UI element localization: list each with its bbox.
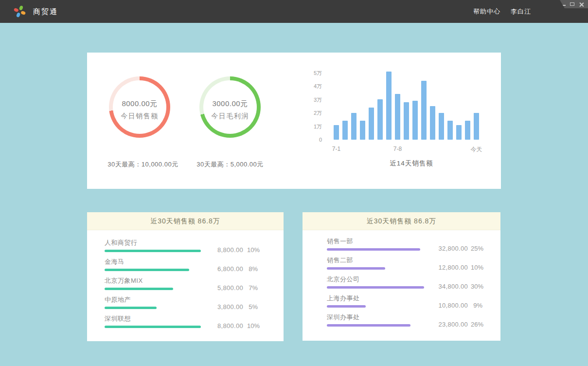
item-values: 32,800.00 25%	[430, 245, 482, 252]
item-amount: 3,800.00	[209, 303, 243, 311]
close-button[interactable]	[579, 2, 584, 7]
y-tick-label: 4万	[283, 83, 322, 90]
list-item: 深圳联想 8,800.00 10%	[87, 314, 284, 328]
item-bar-fill	[327, 267, 385, 270]
sales-bar	[334, 125, 339, 140]
item-values: 12,800.00 10%	[430, 264, 482, 271]
item-percent: 10%	[247, 322, 258, 329]
department-sales-card: 近30天销售额 86.8万 销售一部 32,800.00 25% 销售二部 12…	[303, 212, 500, 341]
item-amount: 12,800.00	[430, 264, 468, 271]
customer-sales-card-title: 近30天销售额 86.8万	[87, 212, 284, 230]
sales-bar	[342, 121, 348, 140]
sales-bar	[395, 94, 400, 140]
sales-bar	[439, 113, 444, 140]
item-bar-fill	[105, 326, 201, 328]
department-sales-card-title: 近30天销售额 86.8万	[303, 212, 500, 230]
titlebar-right: 帮助中心 李白江	[473, 0, 531, 23]
x-tick-label: 今天	[471, 146, 482, 154]
item-bar-fill	[327, 324, 410, 327]
item-bar	[327, 267, 424, 270]
item-bar-fill	[105, 250, 201, 252]
sales-bar	[465, 121, 470, 140]
daily-sales-chart: 01万2万3万4万5万 7-17-8今天 近14天销售额	[87, 53, 501, 189]
minimize-button[interactable]	[561, 3, 566, 6]
sales-bar	[351, 113, 356, 140]
y-tick-label: 1万	[283, 123, 322, 130]
sales-bar	[377, 99, 383, 140]
sales-bar	[421, 81, 427, 140]
list-item: 销售二部 12,800.00 10%	[303, 256, 500, 270]
maximize-icon	[570, 2, 574, 6]
y-tick-label: 5万	[283, 70, 322, 76]
item-amount: 5,800.00	[209, 284, 243, 292]
maximize-button[interactable]	[570, 2, 574, 6]
summary-card: 8000.00元 今日销售额 30天最高：10,000.00元 3000.00元…	[87, 53, 501, 189]
item-bar	[105, 288, 201, 290]
item-values: 10,800.00 9%	[430, 302, 482, 309]
item-bar-fill	[105, 269, 189, 271]
sales-bar	[456, 125, 462, 140]
titlebar: 商贸通 帮助中心 李白江	[0, 0, 588, 23]
item-amount: 8,800.00	[209, 322, 243, 329]
item-amount: 32,800.00	[430, 245, 468, 252]
item-bar	[105, 307, 201, 309]
item-bar-fill	[105, 288, 173, 290]
sales-bar	[412, 101, 418, 140]
pinwheel-logo-icon	[13, 5, 26, 18]
list-item: 上海办事处 10,800.00 9%	[303, 294, 500, 308]
user-name[interactable]: 李白江	[511, 7, 531, 16]
app-title: 商贸通	[33, 0, 58, 23]
sales-bar	[404, 102, 409, 140]
sales-bar	[386, 72, 392, 140]
y-tick-label: 2万	[283, 110, 322, 116]
window-controls	[560, 0, 588, 8]
x-tick-label: 7-1	[332, 146, 340, 152]
item-values: 3,800.00 5%	[209, 303, 258, 311]
sales-bar	[474, 113, 479, 140]
item-amount: 23,800.00	[430, 321, 468, 328]
sales-bar	[369, 108, 374, 140]
department-sales-list: 销售一部 32,800.00 25% 销售二部 12,800.00 10% 北京…	[303, 230, 500, 327]
list-item: 北京万象MIX 5,800.00 7%	[87, 276, 284, 290]
item-values: 8,800.00 10%	[209, 322, 258, 329]
item-percent: 8%	[247, 265, 258, 273]
item-values: 6,800.00 8%	[209, 265, 258, 273]
help-center-link[interactable]: 帮助中心	[473, 7, 500, 16]
x-tick-label: 7-8	[393, 146, 402, 152]
daily-sales-chart-title: 近14天销售额	[390, 159, 433, 168]
sales-bar	[430, 106, 435, 140]
y-tick-label: 0	[283, 136, 322, 143]
item-percent: 7%	[247, 284, 258, 292]
item-bar	[105, 326, 201, 328]
item-amount: 10,800.00	[430, 302, 468, 309]
list-item: 中原地产 3,800.00 5%	[87, 295, 284, 309]
item-percent: 30%	[471, 283, 482, 290]
list-item: 人和商贸行 8,800.00 10%	[87, 238, 284, 252]
item-bar	[105, 269, 201, 271]
item-values: 5,800.00 7%	[209, 284, 258, 292]
item-percent: 26%	[471, 321, 482, 328]
item-values: 34,800.00 30%	[430, 283, 482, 290]
sales-bar	[447, 121, 453, 140]
item-percent: 9%	[471, 302, 482, 309]
sales-bar	[360, 121, 365, 140]
customer-sales-card: 近30天销售额 86.8万 人和商贸行 8,800.00 10% 金海马 6,8…	[87, 212, 284, 341]
item-amount: 34,800.00	[430, 283, 468, 290]
item-values: 23,800.00 26%	[430, 321, 482, 328]
item-bar	[327, 305, 424, 308]
list-item: 深圳办事处 23,800.00 26%	[303, 313, 500, 327]
daily-sales-bars	[334, 69, 479, 140]
item-percent: 25%	[471, 245, 482, 252]
close-icon	[579, 2, 584, 7]
item-percent: 10%	[247, 246, 258, 254]
item-bar-fill	[105, 307, 157, 309]
item-amount: 6,800.00	[209, 265, 243, 273]
item-values: 8,800.00 10%	[209, 246, 258, 254]
item-bar	[327, 248, 424, 251]
list-item: 北京分公司 34,800.00 30%	[303, 275, 500, 289]
item-percent: 10%	[471, 264, 482, 271]
list-item: 销售一部 32,800.00 25%	[303, 237, 500, 251]
customer-sales-list: 人和商贸行 8,800.00 10% 金海马 6,800.00 8% 北京万象M…	[87, 230, 284, 328]
y-tick-label: 3万	[283, 96, 322, 103]
item-bar	[327, 324, 424, 327]
